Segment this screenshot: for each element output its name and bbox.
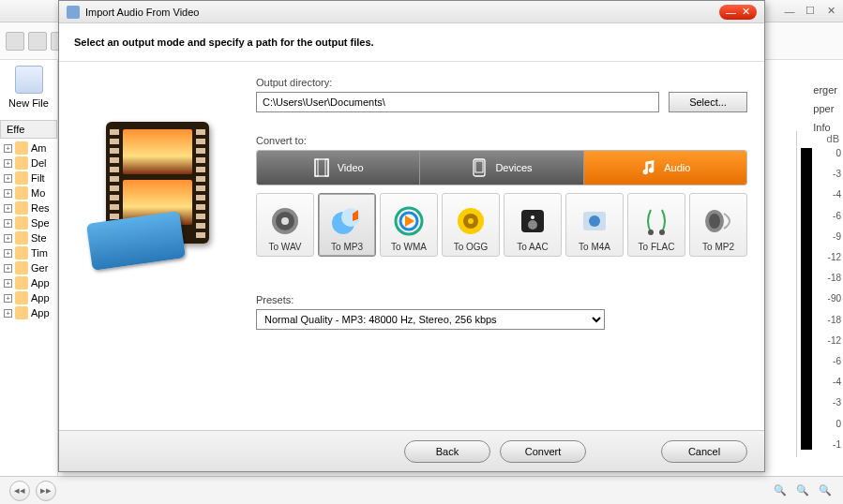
new-file-icon [15,66,43,94]
dialog-titlebar: Import Audio From Video — ✕ [59,1,764,23]
tab-devices[interactable]: Devices [420,151,583,185]
tree-item[interactable]: +Del [2,156,55,170]
format-icon [454,204,488,238]
dialog-footer: Back Convert Cancel [59,430,764,471]
dialog-close-button[interactable]: — ✕ [719,5,757,20]
output-dir-label: Output directory: [256,77,747,88]
film-strip-icon [95,118,217,259]
expand-icon[interactable]: + [4,249,12,258]
close-icon[interactable]: ✕ [824,5,837,18]
tab-video[interactable]: Video [257,151,420,185]
format-icon [516,204,549,238]
convert-button[interactable]: Convert [500,440,586,463]
svg-point-17 [531,215,534,219]
expand-icon[interactable]: + [4,174,12,183]
zoom-fit-icon[interactable]: 🔍 [817,482,834,499]
minimize-icon[interactable]: — [783,5,796,18]
output-dir-input[interactable] [256,92,659,112]
prev-button[interactable]: ◂◂ [9,481,30,501]
effect-icon [15,246,28,259]
format-to-wma[interactable]: To WMA [380,193,438,257]
dialog-illustration [59,62,252,430]
format-to-m4a[interactable]: To M4A [565,193,624,257]
effect-icon [15,291,28,304]
tree-item[interactable]: +Tim [2,245,55,260]
cancel-button[interactable]: Cancel [661,440,747,463]
format-icon [578,204,611,238]
maximize-icon[interactable]: ☐ [804,5,817,18]
tree-item[interactable]: +Ger [2,260,55,275]
expand-icon[interactable]: + [4,264,12,273]
presets-label: Presets: [256,294,747,305]
tree-item[interactable]: +App [2,305,55,320]
svg-point-21 [648,230,654,235]
format-icon [701,204,735,238]
format-to-mp2[interactable]: To MP2 [689,193,747,257]
format-category-tabs: Video Devices Audio [256,150,747,185]
svg-rect-2 [325,159,328,176]
dialog-body: Output directory: Select... Convert to: … [59,61,764,430]
dialog-form: Output directory: Select... Convert to: … [252,62,764,430]
svg-rect-1 [315,159,318,176]
svg-point-7 [281,217,289,225]
effect-icon [15,231,28,245]
expand-icon[interactable]: + [4,144,12,153]
effects-panel-header[interactable]: Effe [0,120,57,139]
format-icon [268,204,302,238]
zoom-controls: 🔍 🔍 🔍 [772,482,834,499]
toolbar-icon[interactable] [28,32,47,51]
tree-item[interactable]: +App [2,290,55,305]
svg-rect-0 [315,159,328,176]
expand-icon[interactable]: + [4,234,12,243]
dialog-instruction: Select an output mode and specify a path… [59,23,764,61]
tree-item[interactable]: +Spe [2,215,55,230]
expand-icon[interactable]: + [4,309,12,318]
bottom-bar: ◂◂ ▸▸ 🔍 🔍 🔍 [0,476,843,504]
format-to-wav[interactable]: To WAV [256,193,314,257]
tree-item[interactable]: +Mo [2,185,55,200]
import-audio-dialog: Import Audio From Video — ✕ Select an ou… [58,0,765,472]
left-panel: New File Effe +Am+Del+Filt+Mo+Res+Spe+St… [0,60,58,476]
effect-icon [15,306,28,319]
format-to-mp3[interactable]: To MP3 [318,193,376,257]
effect-icon [15,216,28,230]
tree-item[interactable]: +Filt [2,170,55,185]
back-button[interactable]: Back [404,440,490,463]
new-file-button[interactable]: New File [0,60,57,114]
effect-icon [15,156,28,170]
format-icon [392,204,426,238]
device-icon [471,157,488,178]
format-to-aac[interactable]: To AAC [504,193,562,257]
svg-point-24 [709,214,720,229]
preset-select[interactable]: Normal Quality - MP3: 48000 Hz, Stereo, … [256,309,605,330]
new-file-label: New File [2,97,55,109]
svg-point-18 [528,220,537,230]
expand-icon[interactable]: + [4,279,12,288]
right-side-labels: erger pper Info [813,82,837,139]
tab-audio[interactable]: Audio [584,151,746,185]
tree-item[interactable]: +Res [2,200,55,215]
toolbar-icon[interactable] [6,32,24,51]
effect-icon [15,261,28,274]
tree-item[interactable]: +Am [2,141,55,156]
expand-icon[interactable]: + [4,219,12,228]
minimize-icon: — [726,7,736,18]
zoom-in-icon[interactable]: 🔍 [794,482,811,499]
transport-controls: ◂◂ ▸▸ [9,481,56,501]
tree-item[interactable]: +Ste [2,230,55,245]
expand-icon[interactable]: + [4,204,12,213]
effect-icon [15,276,28,289]
meter-unit-label: dB [797,131,843,146]
svg-marker-12 [405,215,414,227]
next-button[interactable]: ▸▸ [36,481,56,501]
expand-icon[interactable]: + [4,294,12,303]
format-to-ogg[interactable]: To OGG [442,193,500,257]
svg-point-15 [468,218,474,224]
select-dir-button[interactable]: Select... [669,92,747,112]
tree-item[interactable]: +App [2,275,55,290]
zoom-out-icon[interactable]: 🔍 [772,482,789,499]
expand-icon[interactable]: + [4,159,12,168]
svg-point-20 [589,215,600,227]
format-to-flac[interactable]: To FLAC [627,193,685,257]
expand-icon[interactable]: + [4,189,12,198]
